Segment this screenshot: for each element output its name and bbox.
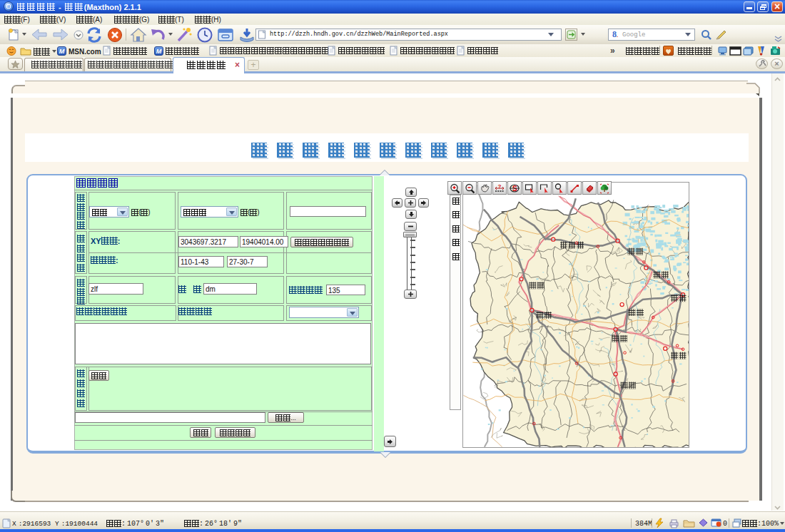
svg-text:?: ?: [498, 183, 502, 190]
